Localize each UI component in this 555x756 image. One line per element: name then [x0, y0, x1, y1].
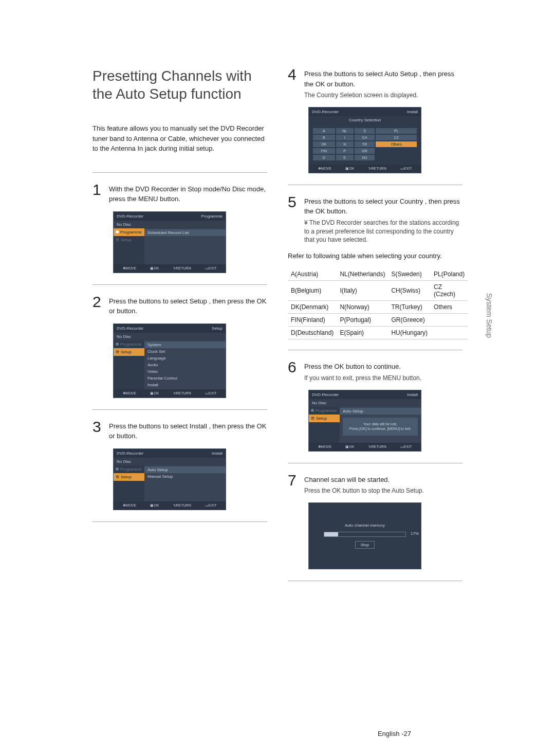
step-2: 2 Press the buttons to select Setup , th… [92, 294, 267, 316]
step-subtext: If you want to exit, press the MENU butt… [304, 374, 421, 383]
side-programme: Programme [120, 230, 142, 235]
progress-bar: 17% [324, 532, 406, 537]
step-number: 2 [92, 294, 104, 316]
ui-screenshot-7: Auto channel memory 17% Stop [308, 502, 421, 569]
footer-exit: ▭EXIT [205, 266, 217, 271]
step-text: With the DVD Recorder in Stop mode/No Di… [109, 182, 267, 204]
step-5: 5 Press the buttons to select your Count… [288, 194, 462, 244]
footer-ok: ▣OK [150, 266, 159, 271]
side-setup: Setup [121, 238, 132, 242]
step-1: 1 With the DVD Recorder in Stop mode/No … [92, 182, 267, 204]
ui-header-right: Programme [201, 214, 223, 219]
step-6: 6 Press the OK button to continue. If yo… [288, 359, 462, 382]
step-text: Press the buttons to select Auto Setup ,… [304, 67, 462, 100]
country-selection-title: Country Selection [309, 116, 421, 124]
ui-screenshot-4: DVD-RecorderInstall Country Selection AN… [308, 107, 421, 173]
country-table-intro: Refer to following table when selecting … [288, 251, 462, 261]
progress-title: Auto channel memory [345, 523, 385, 528]
confirm-popup: Your data will be lost. Press [OK] to co… [343, 418, 418, 436]
step-text: Press the buttons to select Setup , then… [109, 294, 267, 316]
step-4: 4 Press the buttons to select Auto Setup… [288, 67, 462, 100]
step-number: 4 [288, 67, 299, 100]
ui-screenshot-1: DVD-RecorderProgramme No Disc Programme … [113, 211, 226, 273]
step-text: Press the OK button to continue. If you … [304, 359, 421, 382]
step-7: 7 Channel scan will be started. Press th… [288, 473, 462, 495]
step-text: Press the buttons to select your Country… [304, 194, 462, 244]
stop-button: Stop [355, 541, 375, 549]
step-subtext: ¥ The DVD Recorder searches for the stat… [304, 219, 462, 244]
step-number: 1 [92, 182, 104, 204]
country-code-table: A(Austria)NL(Netherlands)S(Sweden)PL(Pol… [288, 268, 468, 339]
step-number: 3 [92, 419, 104, 441]
progress-percent: 17% [411, 531, 419, 536]
page-number: English -27 [378, 730, 411, 737]
step-text: Channel scan will be started. Press the … [304, 473, 424, 495]
ui-main-item: Scheduled Record List [144, 229, 226, 236]
country-grid: ANLSPL BICHCZ DKNTROthers FINPGR DEHU [312, 127, 418, 161]
step-3: 3 Press the buttons to select Install , … [92, 419, 267, 441]
footer-move: ✥MOVE [123, 266, 137, 271]
step-number: 6 [288, 359, 299, 382]
step-number: 5 [288, 194, 299, 244]
intro-text: This feature allows you to manually set … [92, 123, 267, 154]
page-title: Presetting Channels with the Auto Setup … [92, 67, 267, 103]
ui-screenshot-3: DVD-RecorderInstall No Disc Programme ⚙S… [113, 448, 226, 510]
ui-screenshot-6: DVD-RecorderInstall No Disc Programme ⚙S… [308, 390, 421, 452]
right-column: 4 Press the buttons to select Auto Setup… [288, 67, 462, 590]
step-number: 7 [288, 473, 299, 495]
footer-return: ↻RETURN [173, 266, 191, 271]
ui-brand: DVD-Recorder [117, 214, 143, 219]
step-subtext: The Country Seletion screen is displayed… [304, 91, 462, 100]
step-subtext: Press the OK button to stop the Auto Set… [304, 487, 424, 495]
step-text: Press the buttons to select Install , th… [109, 419, 267, 441]
ui-no-disc: No Disc [117, 222, 131, 227]
side-tab-label: System Setup [485, 293, 493, 338]
left-column: Presetting Channels with the Auto Setup … [92, 67, 267, 590]
ui-screenshot-2: DVD-RecorderSetup No Disc Programme ⚙Set… [113, 323, 226, 398]
